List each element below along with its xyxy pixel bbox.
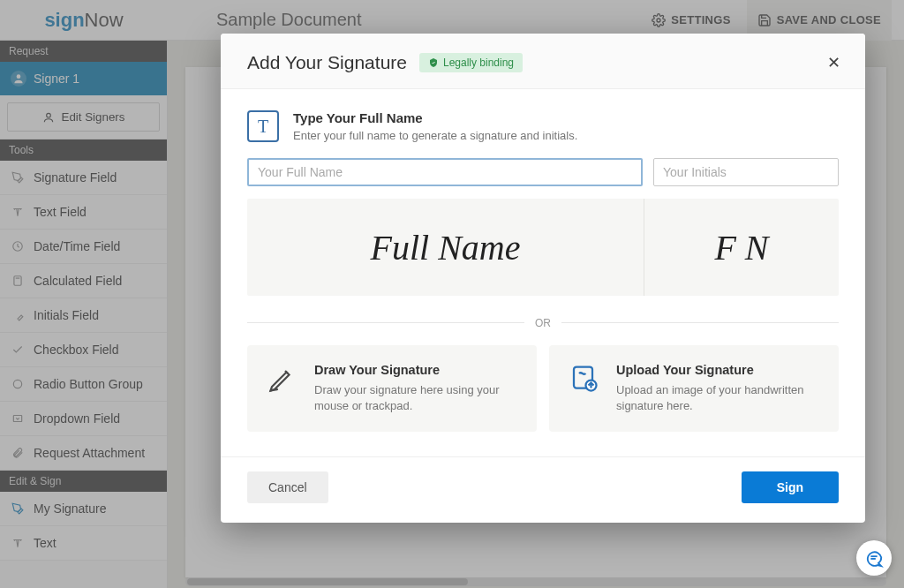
type-icon: T [247,110,279,142]
upload-heading: Upload Your Signature [616,363,823,377]
modal-footer: Cancel Sign [221,456,865,523]
upload-icon [565,363,604,414]
draw-heading: Draw Your Signature [314,363,521,377]
type-section: T Type Your Full Name Enter your full na… [247,110,839,142]
upload-text: Upload Your Signature Upload an image of… [616,363,823,414]
chat-fab[interactable] [856,540,892,576]
draw-description: Draw your signature here using your mous… [314,382,521,414]
option-cards: Draw Your Signature Draw your signature … [247,345,839,432]
draw-text: Draw Your Signature Draw your signature … [314,363,521,414]
signature-preview-row: Full Name F N [247,199,839,296]
modal-header: Add Your Signature Legally binding ✕ [221,34,865,89]
pencil-icon [263,363,302,414]
full-name-input[interactable] [247,158,643,186]
cancel-button[interactable]: Cancel [247,471,328,503]
type-heading: Type Your Full Name [293,110,577,125]
upload-signature-card[interactable]: Upload Your Signature Upload an image of… [549,345,839,432]
or-divider: OR [247,315,839,329]
add-signature-modal: Add Your Signature Legally binding ✕ T T… [221,34,865,523]
legally-binding-badge: Legally binding [419,53,523,72]
initials-input[interactable] [653,158,839,186]
signature-preview: Full Name [247,199,644,296]
upload-description: Upload an image of your handwritten sign… [616,382,823,414]
close-icon: ✕ [827,54,840,72]
type-subtext: Enter your full name to generate a signa… [293,129,577,142]
initials-preview: F N [644,199,839,296]
sign-button[interactable]: Sign [742,471,839,503]
modal-body: T Type Your Full Name Enter your full na… [221,89,865,441]
shield-check-icon [428,57,439,68]
draw-signature-card[interactable]: Draw Your Signature Draw your signature … [247,345,537,432]
close-button[interactable]: ✕ [822,49,846,76]
badge-label: Legally binding [443,57,514,69]
or-label: OR [524,317,561,329]
modal-title: Add Your Signature [247,52,407,73]
input-row [247,158,839,186]
type-text-block: Type Your Full Name Enter your full name… [293,110,577,142]
chat-icon [864,548,884,568]
